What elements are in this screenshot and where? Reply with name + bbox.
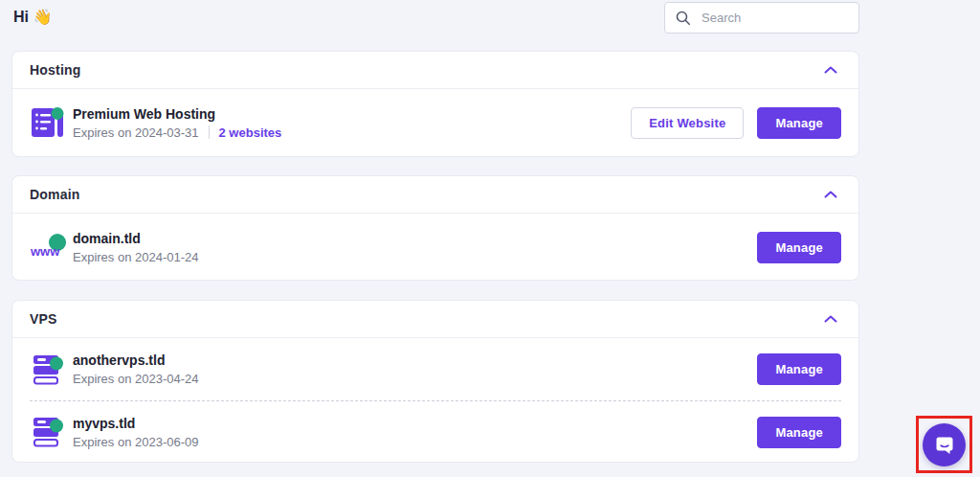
domain-expiry-date: Expires on 2024-01-24 xyxy=(73,250,199,264)
hosting-actions: Edit Website Manage xyxy=(631,107,841,139)
domain-section-card: Domain www domain.tld Expires on 2024-01… xyxy=(11,175,859,281)
hosting-section-header: Hosting xyxy=(12,52,858,89)
domain-section-header: Domain xyxy=(12,176,858,214)
domain-meta: Expires on 2024-01-24 xyxy=(73,250,199,264)
hosting-manage-button[interactable]: Manage xyxy=(757,107,841,139)
vps-item-row: myvps.tld Expires on 2023-06-09 Manage xyxy=(12,401,858,463)
search-input[interactable] xyxy=(700,10,848,26)
hosting-section-card: Hosting Premium Web Hosting Ex xyxy=(11,51,859,157)
vps-item-row: anothervps.tld Expires on 2023-04-24 Man… xyxy=(12,338,858,400)
vps-expiry-date: Expires on 2023-06-09 xyxy=(73,435,199,449)
vps-actions: Manage xyxy=(757,353,841,385)
vps-server-icon xyxy=(30,416,68,448)
vps-server-icon xyxy=(30,353,68,386)
search-icon xyxy=(676,11,691,26)
hosting-plan-meta: Expires on 2024-03-31 2 websites xyxy=(73,125,281,140)
vps-manage-button[interactable]: Manage xyxy=(757,417,841,448)
edit-website-button[interactable]: Edit Website xyxy=(631,107,744,139)
search-box[interactable] xyxy=(664,2,859,34)
chevron-up-icon xyxy=(824,191,837,198)
section-title-hosting: Hosting xyxy=(30,62,81,78)
hosting-collapse-button[interactable] xyxy=(820,62,841,78)
vps-section-card: VPS anothervps.tld Expires on 2023-04-24… xyxy=(11,300,859,463)
meta-separator xyxy=(209,125,210,139)
vps-expiry-date: Expires on 2023-04-24 xyxy=(73,372,199,386)
hosting-item-row: Premium Web Hosting Expires on 2024-03-3… xyxy=(12,89,858,156)
vps-name: anothervps.tld xyxy=(73,352,199,368)
vps-manage-button[interactable]: Manage xyxy=(757,353,841,385)
hosting-server-icon xyxy=(30,105,68,140)
hosting-expiry-date: Expires on 2024-03-31 xyxy=(73,125,199,140)
domain-collapse-button[interactable] xyxy=(820,187,841,202)
vps-actions: Manage xyxy=(757,417,841,448)
hosting-item-text: Premium Web Hosting Expires on 2024-03-3… xyxy=(73,106,281,140)
domain-name: domain.tld xyxy=(73,231,199,246)
chevron-up-icon xyxy=(824,315,837,323)
hosting-plan-name: Premium Web Hosting xyxy=(73,106,281,122)
chevron-up-icon xyxy=(824,66,837,74)
hpanel-dashboard: { "greeting": "Hi 👋", "search": { "place… xyxy=(0,0,980,477)
section-title-domain: Domain xyxy=(30,187,80,202)
websites-count-link[interactable]: 2 websites xyxy=(219,125,282,140)
domain-actions: Manage xyxy=(757,232,841,263)
chat-bubble-icon xyxy=(933,434,956,457)
vps-name: myvps.tld xyxy=(73,416,199,431)
vps-item-text: anothervps.tld Expires on 2023-04-24 xyxy=(73,352,199,386)
vps-item-text: myvps.tld Expires on 2023-06-09 xyxy=(73,416,199,449)
page-greeting: Hi 👋 xyxy=(13,8,52,26)
domain-manage-button[interactable]: Manage xyxy=(757,232,841,263)
vps-collapse-button[interactable] xyxy=(820,311,841,327)
vps-section-header: VPS xyxy=(12,301,858,338)
live-chat-button[interactable] xyxy=(923,423,966,466)
section-title-vps: VPS xyxy=(30,311,57,327)
domain-item-text: domain.tld Expires on 2024-01-24 xyxy=(73,231,199,264)
domain-www-icon: www xyxy=(30,232,68,262)
svg-text:www: www xyxy=(30,244,60,259)
domain-item-row: www domain.tld Expires on 2024-01-24 Man… xyxy=(12,214,858,281)
vps-meta: Expires on 2023-06-09 xyxy=(73,435,199,449)
vps-meta: Expires on 2023-04-24 xyxy=(73,372,199,386)
